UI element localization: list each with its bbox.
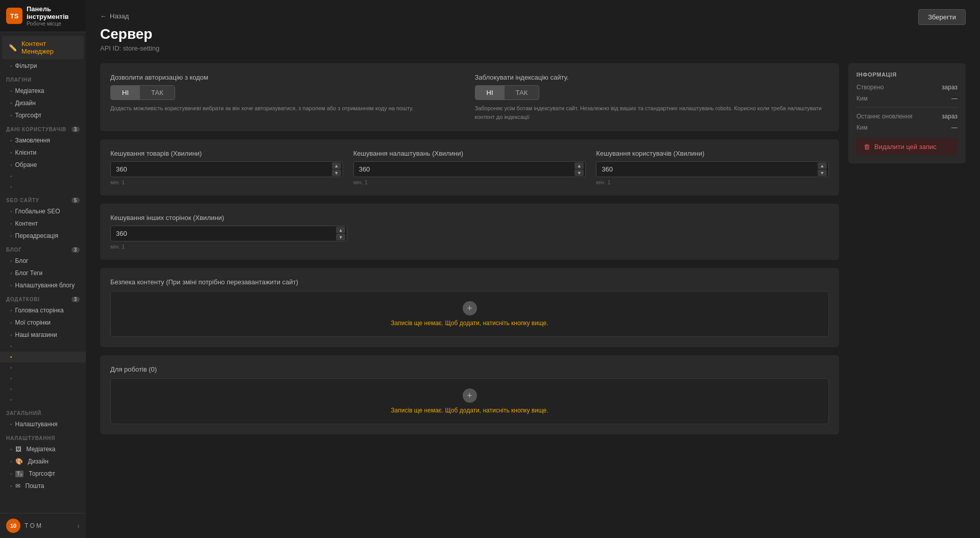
- info-divider: [856, 107, 958, 108]
- main-panel: Дозволити авторизацію з кодом НІ ТАК Дод…: [100, 63, 839, 443]
- info-section-title: ІНФОРМАЦІЯ: [856, 71, 958, 78]
- block-index-toggle-yes[interactable]: ТАК: [505, 86, 539, 100]
- cache-products-spin-up[interactable]: ▲: [332, 162, 341, 169]
- info-created-by-value: —: [951, 95, 958, 102]
- sidebar-item-blog[interactable]: Глобальне SEO: [0, 205, 86, 217]
- sidebar-item-content[interactable]: Клієнти: [0, 146, 86, 159]
- cache-other-field: Кешування інших сторінок (Хвилини) ▲ ▼ м…: [110, 214, 347, 250]
- sidebar-item-design[interactable]: 🎨 Дизайн: [0, 455, 86, 468]
- cache-products-spinners: ▲ ▼: [332, 162, 341, 176]
- block-index-toggle-no[interactable]: НІ: [475, 86, 505, 100]
- sidebar-item-general-settings[interactable]: Налаштування: [0, 418, 86, 430]
- sidebar-item-delivery[interactable]: Мої сторінки: [0, 316, 86, 329]
- section-users-data: ПЛАГІНИ: [0, 72, 86, 85]
- auth-description: Додасть можливість користувачеві вибрати…: [110, 104, 465, 113]
- sidebar-item-search-opt[interactable]: [0, 171, 86, 182]
- sidebar-item-product[interactable]: [0, 384, 86, 395]
- back-arrow-icon: ←: [100, 12, 107, 20]
- app-title-block: Панель інструментів Робоче місце: [27, 5, 80, 27]
- sidebar-item-external-res[interactable]: [0, 373, 86, 384]
- section-plugins: НАЛАШТУВАННЯ: [0, 430, 86, 443]
- cache-other-spin-up[interactable]: ▲: [336, 227, 345, 233]
- cache-settings-spin-down[interactable]: ▼: [575, 169, 584, 176]
- section-settings: ДОДАТКОВІ 3: [0, 291, 86, 304]
- page-title: Сервер: [100, 26, 966, 42]
- sidebar-item-redirects[interactable]: Обране: [0, 159, 86, 171]
- cache-users-field: Кешування користувачів (Хвилини) ▲ ▼ мін…: [596, 150, 829, 185]
- info-row-created-by: Ким —: [856, 95, 958, 102]
- content-layout: Дозволити авторизацію з кодом НІ ТАК Дод…: [100, 63, 966, 443]
- block-index-label: Заблокувати індексацію сайту.: [475, 74, 829, 81]
- sidebar-item-torgsopt[interactable]: T₅ Торгсофт: [0, 468, 86, 480]
- cache-other-min: мін. 1: [110, 243, 347, 250]
- info-row-updated: Останнє оновлення зараз: [856, 113, 958, 120]
- sidebar-item-feeds[interactable]: [0, 395, 86, 405]
- content-security-empty-text: Записів ще немає. Щоб додати, натисніть …: [391, 320, 548, 327]
- sidebar-item-blog-tags[interactable]: Контент: [0, 217, 86, 230]
- cache-card-2: Кешування інших сторінок (Хвилини) ▲ ▼ м…: [100, 204, 839, 260]
- sidebar-item-server[interactable]: [0, 352, 86, 362]
- cache-settings-label: Кешування налаштувань (Хвилини): [353, 150, 586, 157]
- sidebar-item-mail[interactable]: ✉ Пошта: [0, 480, 86, 492]
- sidebar-item-notifications[interactable]: [0, 362, 86, 373]
- info-updated-by-key: Ким: [856, 124, 868, 131]
- sidebar-item-my-pages[interactable]: Блог Теги: [0, 267, 86, 279]
- sidebar-collapse-button[interactable]: ‹: [77, 522, 80, 530]
- content-security-card: Безпека контенту (При зміні потрібно пер…: [100, 268, 839, 347]
- cache-other-spin-down[interactable]: ▼: [336, 234, 345, 240]
- cache-other-input[interactable]: [110, 226, 347, 241]
- user-name: T O M: [20, 522, 77, 529]
- block-index-toggle-group: НІ ТАК: [475, 85, 540, 100]
- cache-settings-spin-up[interactable]: ▲: [575, 162, 584, 169]
- content-security-empty-area: + Записів ще немає. Щоб додати, натисніт…: [110, 291, 829, 337]
- cache-card-1: Кешування товарів (Хвилини) ▲ ▼ мін. 1: [100, 139, 839, 195]
- cache-users-spinners: ▲ ▼: [818, 162, 827, 176]
- sidebar-item-home-page[interactable]: Блог: [0, 255, 86, 267]
- for-bots-label: Для роботів (0): [110, 365, 829, 373]
- sidebar-item-our-stores[interactable]: Налаштування блогу: [0, 279, 86, 291]
- sidebar-item-payment[interactable]: [0, 341, 86, 352]
- design-icon: 🎨: [15, 458, 23, 465]
- cache-users-input[interactable]: [596, 161, 829, 177]
- auth-toggle-no[interactable]: НІ: [111, 86, 140, 100]
- sidebar-item-filters[interactable]: Фільтри: [0, 60, 86, 72]
- cache-settings-input-wrap: ▲ ▼: [353, 161, 586, 177]
- info-row-created: Створено зараз: [856, 84, 958, 91]
- media-icon: 🖼: [15, 446, 21, 453]
- sidebar-item-orders-settings[interactable]: Наші магазини: [0, 329, 86, 341]
- auth-toggle-group: НІ ТАК: [110, 85, 175, 100]
- info-created-by-key: Ким: [856, 95, 868, 102]
- sidebar-item-clients[interactable]: Дизайн: [0, 97, 86, 109]
- sidebar-item-seo-chars[interactable]: [0, 182, 86, 192]
- sidebar-item-media[interactable]: 🖼 Медіатека: [0, 443, 86, 455]
- sidebar-item-blog-settings[interactable]: Переадресація: [0, 230, 86, 242]
- trash-icon: 🗑: [864, 143, 870, 151]
- sidebar-item-global-seo[interactable]: Замовлення: [0, 134, 86, 146]
- content-security-add-button[interactable]: +: [463, 301, 477, 315]
- sidebar-item-favorites[interactable]: Торгсофт: [0, 109, 86, 121]
- delete-record-button[interactable]: 🗑 Видалити цей запис: [856, 138, 958, 155]
- cache-products-spin-down[interactable]: ▼: [332, 169, 341, 176]
- auth-block-card: Дозволити авторизацію з кодом НІ ТАК Дод…: [100, 63, 839, 131]
- info-created-value: зараз: [942, 84, 958, 91]
- cache-products-field: Кешування товарів (Хвилини) ▲ ▼ мін. 1: [110, 150, 343, 185]
- info-row-updated-by: Ким —: [856, 124, 958, 131]
- cache-settings-input[interactable]: [353, 161, 586, 177]
- block-index-description: Забороняє усім ботам індексувати сайт. Н…: [475, 104, 829, 121]
- content-security-label: Безпека контенту (При зміні потрібно пер…: [110, 278, 829, 286]
- sidebar-item-content-manager[interactable]: ✏️ Контент Менеджер: [2, 36, 84, 59]
- cache-products-input[interactable]: [110, 161, 343, 177]
- sidebar-item-orders[interactable]: Медіатека: [0, 85, 86, 97]
- back-link[interactable]: ← Назад: [100, 12, 966, 20]
- cache-users-spin-down[interactable]: ▼: [818, 169, 827, 176]
- cache-settings-min: мін. 1: [353, 179, 586, 185]
- auth-toggle-yes[interactable]: ТАК: [140, 86, 175, 100]
- cache-products-input-wrap: ▲ ▼: [110, 161, 343, 177]
- save-button[interactable]: Зберегти: [918, 9, 966, 25]
- auth-block-grid: Дозволити авторизацію з кодом НІ ТАК Дод…: [110, 74, 829, 121]
- cache-settings-field: Кешування налаштувань (Хвилини) ▲ ▼ мін.…: [353, 150, 586, 185]
- main-content: Зберегти ← Назад Сервер API ID: store-se…: [86, 0, 980, 538]
- sidebar-item-global-info[interactable]: Головна сторінка: [0, 304, 86, 316]
- for-bots-add-button[interactable]: +: [463, 388, 477, 403]
- cache-users-spin-up[interactable]: ▲: [818, 162, 827, 169]
